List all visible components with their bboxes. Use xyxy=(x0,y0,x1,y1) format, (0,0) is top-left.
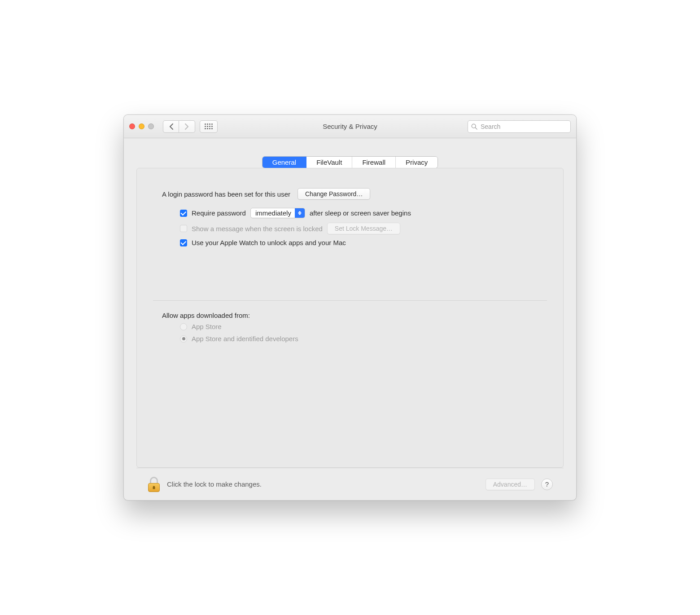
forward-button xyxy=(179,120,195,133)
search-icon xyxy=(471,123,477,130)
show-all-button[interactable] xyxy=(200,120,218,133)
tab-general[interactable]: General xyxy=(262,157,306,168)
back-button[interactable] xyxy=(163,120,179,133)
allow-from-option-appstore: App Store xyxy=(180,323,538,330)
window-controls xyxy=(129,123,154,129)
set-lock-message-button: Set Lock Message… xyxy=(327,223,400,234)
show-message-label: Show a message when the screen is locked xyxy=(192,225,323,233)
minimize-window-button[interactable] xyxy=(139,123,144,129)
require-password-delay-select[interactable]: immediately xyxy=(250,208,305,218)
apple-watch-checkbox[interactable] xyxy=(180,239,187,246)
login-password-text: A login password has been set for this u… xyxy=(162,190,290,198)
body: General FileVault Firewall Privacy A log… xyxy=(124,138,576,500)
require-password-checkbox[interactable] xyxy=(180,210,187,217)
radio-identified xyxy=(180,335,187,343)
general-panel: A login password has been set for this u… xyxy=(136,168,564,468)
lock-icon-body xyxy=(148,483,160,492)
require-password-label-before: Require password xyxy=(192,209,246,217)
radio-appstore xyxy=(180,323,187,330)
require-password-label-after: after sleep or screen saver begins xyxy=(310,209,411,217)
require-password-row: Require password immediately after sleep… xyxy=(180,208,538,218)
allow-from-title: Allow apps downloaded from: xyxy=(162,312,538,319)
close-window-button[interactable] xyxy=(129,123,135,129)
tab-filevault[interactable]: FileVault xyxy=(306,157,352,168)
login-password-row: A login password has been set for this u… xyxy=(162,188,538,200)
divider xyxy=(153,300,547,301)
help-button[interactable]: ? xyxy=(541,479,553,490)
chevron-right-icon xyxy=(185,123,189,130)
lock-button[interactable] xyxy=(147,477,161,492)
show-message-checkbox xyxy=(180,225,187,232)
tab-privacy[interactable]: Privacy xyxy=(396,157,438,168)
advanced-button: Advanced… xyxy=(486,479,535,490)
apple-watch-row: Use your Apple Watch to unlock apps and … xyxy=(180,239,538,246)
apple-watch-label: Use your Apple Watch to unlock apps and … xyxy=(192,239,346,246)
titlebar: Security & Privacy xyxy=(124,115,576,138)
search-wrap xyxy=(468,120,571,133)
select-stepper-icon xyxy=(295,208,305,218)
lock-text: Click the lock to make changes. xyxy=(167,480,262,488)
radio-appstore-label: App Store xyxy=(192,323,222,330)
show-message-row: Show a message when the screen is locked… xyxy=(180,223,538,234)
radio-identified-label: App Store and identified developers xyxy=(192,335,298,343)
footer: Click the lock to make changes. Advanced… xyxy=(136,468,564,500)
chevron-left-icon xyxy=(169,123,173,130)
preferences-window: Security & Privacy General FileVault Fir… xyxy=(123,114,577,501)
zoom-window-button xyxy=(148,123,154,129)
tab-bar: General FileVault Firewall Privacy xyxy=(262,156,438,168)
tab-firewall[interactable]: Firewall xyxy=(352,157,396,168)
svg-line-1 xyxy=(475,127,477,129)
require-password-delay-value: immediately xyxy=(255,209,291,217)
search-input[interactable] xyxy=(468,120,571,133)
nav-buttons xyxy=(163,120,195,133)
grid-icon xyxy=(205,123,213,129)
change-password-button[interactable]: Change Password… xyxy=(298,188,370,200)
allow-from-option-identified: App Store and identified developers xyxy=(180,335,538,343)
